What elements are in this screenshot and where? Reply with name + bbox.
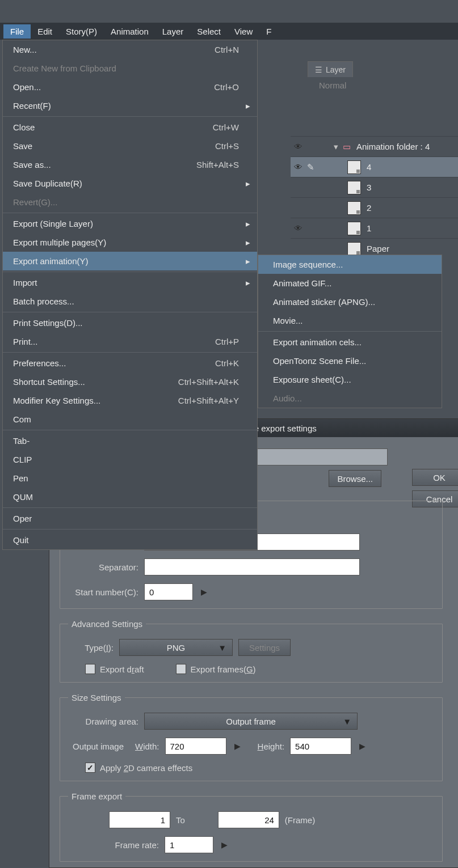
export-draft-checkbox[interactable]: Export draft	[85, 664, 144, 674]
submenu-item[interactable]: Movie...	[258, 311, 442, 330]
height-input[interactable]	[290, 738, 351, 755]
type-select[interactable]: PNG ▼	[119, 639, 233, 656]
menu-item[interactable]: Print...Ctrl+P	[3, 332, 257, 351]
menu-item[interactable]: Save as...Shift+Alt+S	[3, 155, 257, 174]
width-input[interactable]	[165, 738, 226, 755]
layer-tab-label: Layer	[326, 65, 346, 74]
menu-item[interactable]: Print Settings(D)...	[3, 314, 257, 332]
menu-layer[interactable]: Layer	[156, 24, 191, 39]
layer-row[interactable]: 2	[291, 197, 458, 218]
menu-item-label: Export multiple pages(Y)	[13, 238, 243, 247]
frame-rate-input[interactable]	[165, 836, 213, 853]
group-legend: Frame export	[68, 791, 125, 801]
menu-item[interactable]: Pen	[3, 469, 257, 488]
export-animation-submenu: Image sequence...Animated GIF...Animated…	[258, 255, 442, 408]
menu-animation[interactable]: Animation	[104, 24, 156, 39]
menu-item[interactable]: Preferences...Ctrl+K	[3, 354, 257, 372]
layer-folder-row[interactable]: 👁 ▾ ▭ Animation folder : 4	[291, 136, 458, 156]
layer-panel-tab[interactable]: ☰ Layer	[308, 61, 353, 77]
menu-item[interactable]: Oper	[3, 509, 257, 528]
separator-input[interactable]	[144, 558, 360, 575]
menu-item-label: Print...	[13, 337, 215, 346]
menu-item-label: Tab-	[13, 436, 243, 446]
submenu-item[interactable]: Image sequence...	[258, 255, 442, 274]
ok-button[interactable]: OK	[412, 469, 458, 486]
menu-item-label: Save as...	[13, 160, 196, 170]
drawing-area-value: Output frame	[226, 717, 276, 726]
submenu-item-label: Exposure sheet(C)...	[273, 375, 435, 384]
menu-item[interactable]: QUM	[3, 488, 257, 506]
browse-button[interactable]: Browse...	[329, 470, 381, 487]
menu-select[interactable]: Select	[190, 24, 228, 39]
submenu-item[interactable]: Export animation cels...	[258, 333, 442, 352]
submenu-arrow-icon: ▸	[243, 238, 250, 248]
menu-item[interactable]: Export (Single Layer)▸	[3, 214, 257, 233]
layer-row[interactable]: 👁✎4	[291, 156, 458, 177]
menu-item-label: Recent(F)	[13, 101, 243, 111]
menu-item[interactable]: CLIP	[3, 450, 257, 469]
visibility-icon[interactable]: 👁	[293, 223, 303, 233]
menu-item[interactable]: Export animation(Y)▸	[3, 252, 257, 270]
layer-row[interactable]: 3	[291, 177, 458, 197]
separator-label: Separator:	[68, 562, 138, 572]
menu-item[interactable]: Batch process...	[3, 292, 257, 311]
menu-story[interactable]: Story(P)	[59, 24, 104, 39]
start-number-input[interactable]	[144, 583, 193, 600]
menu-cut[interactable]: F	[259, 24, 278, 39]
submenu-item-label: Animated GIF...	[273, 278, 435, 288]
submenu-item[interactable]: Animated GIF...	[258, 274, 442, 293]
checkbox-icon	[176, 664, 186, 674]
layer-row[interactable]: 👁1	[291, 218, 458, 238]
visibility-icon[interactable]: 👁	[293, 162, 303, 172]
export-frames-checkbox[interactable]: Export frames(G)	[176, 664, 256, 674]
menu-item[interactable]: Export multiple pages(Y)▸	[3, 233, 257, 252]
menu-item[interactable]: Save Duplicate(R)▸	[3, 174, 257, 193]
menu-item[interactable]: Com	[3, 410, 257, 429]
frame-to-input[interactable]	[218, 811, 279, 828]
type-settings-button: Settings	[238, 639, 291, 656]
menu-item: Revert(G)...	[3, 193, 257, 211]
spinner-icon[interactable]: ▶	[199, 587, 209, 596]
submenu-item[interactable]: OpenToonz Scene File...	[258, 352, 442, 370]
folder-caret-icon[interactable]: ▾	[334, 142, 338, 152]
menu-item[interactable]: Modifier Key Settings...Ctrl+Shift+Alt+Y	[3, 391, 257, 410]
menu-item[interactable]: SaveCtrl+S	[3, 137, 257, 155]
drawing-area-label: Drawing area:	[68, 717, 138, 726]
menu-item-shortcut: Ctrl+O	[214, 82, 239, 92]
submenu-item-label: Export animation cels...	[273, 337, 435, 347]
frame-from-input[interactable]	[109, 811, 170, 828]
spinner-icon[interactable]: ▶	[357, 742, 368, 751]
frame-suffix: (Frame)	[285, 815, 315, 825]
apply-2d-checkbox[interactable]: Apply 2D camera effects	[85, 763, 192, 773]
submenu-arrow-icon: ▸	[243, 278, 250, 288]
paper-icon	[347, 242, 361, 256]
frame-export-group: Frame export To (Frame) Frame rate: ▶	[60, 791, 443, 862]
menu-item[interactable]: Tab-	[3, 431, 257, 450]
spinner-icon[interactable]: ▶	[232, 742, 243, 751]
menu-item[interactable]: Quit	[3, 531, 257, 549]
width-label: Width:	[135, 742, 159, 751]
blend-mode-select[interactable]: Normal	[319, 81, 346, 90]
menu-file[interactable]: File	[3, 24, 31, 39]
cel-thumb-icon	[347, 160, 361, 174]
spinner-icon[interactable]: ▶	[219, 840, 230, 849]
submenu-item[interactable]: Animated sticker (APNG)...	[258, 293, 442, 311]
start-number-label: Start number(C):	[68, 587, 138, 597]
visibility-icon[interactable]: 👁	[293, 142, 303, 151]
advanced-settings-group: Advanced Settings Type(I): PNG ▼ Setting…	[60, 619, 443, 683]
menu-item-label: New...	[13, 45, 215, 54]
drawing-area-select[interactable]: Output frame ▼	[144, 713, 358, 730]
frame-rate-label: Frame rate:	[68, 840, 159, 850]
menu-item[interactable]: CloseCtrl+W	[3, 118, 257, 137]
menu-item[interactable]: Recent(F)▸	[3, 96, 257, 115]
menu-item[interactable]: New...Ctrl+N	[3, 40, 257, 59]
folder-icon: ▭	[343, 142, 351, 152]
menu-item[interactable]: Open...Ctrl+O	[3, 78, 257, 96]
menu-item[interactable]: Import▸	[3, 273, 257, 292]
submenu-item[interactable]: Exposure sheet(C)...	[258, 370, 442, 389]
menu-view[interactable]: View	[228, 24, 259, 39]
checkbox-icon	[85, 763, 95, 773]
size-settings-group: Size Settings Drawing area: Output frame…	[60, 693, 443, 781]
menu-edit[interactable]: Edit	[31, 24, 59, 39]
menu-item[interactable]: Shortcut Settings...Ctrl+Shift+Alt+K	[3, 372, 257, 391]
